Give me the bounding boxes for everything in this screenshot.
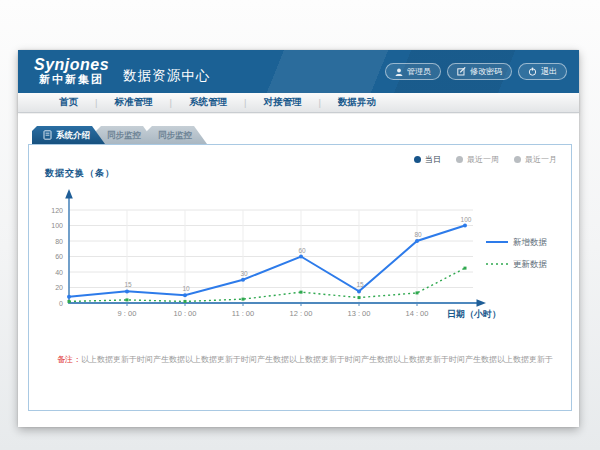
svg-text:30: 30	[240, 270, 248, 277]
x-axis-title: 日期（小时）	[447, 309, 501, 319]
radio-dot	[514, 156, 521, 163]
admin-user-button[interactable]: 管理员	[385, 63, 441, 80]
app-header: Synjones 新中新集团 数据资源中心 管理员 修改密码 退出	[18, 50, 579, 93]
tab-label: 同步监控	[158, 126, 192, 144]
svg-text:40: 40	[55, 269, 63, 276]
content-panel: 当日 最近一周 最近一月 数据交换（条） 0204060801001209 : …	[28, 144, 572, 411]
radio-label: 当日	[425, 154, 441, 165]
y-axis-title: 数据交换（条）	[45, 167, 115, 180]
chart-legend: 新增数据更新数据	[486, 237, 548, 269]
change-password-button[interactable]: 修改密码	[447, 63, 512, 80]
nav-item-system-mgmt[interactable]: 系统管理	[172, 96, 244, 109]
app-title: 数据资源中心	[123, 67, 210, 85]
svg-text:80: 80	[55, 238, 63, 245]
logo-text-en: Synjones	[34, 57, 109, 74]
footnote-prefix: 备注：	[57, 355, 81, 364]
svg-text:100: 100	[461, 216, 472, 223]
svg-text:13 : 00: 13 : 00	[348, 309, 371, 318]
svg-text:14 : 00: 14 : 00	[406, 309, 429, 318]
change-password-label: 修改密码	[470, 63, 502, 80]
footnote-text: 以上数据更新于时间产生数据以上数据更新于时间产生数据以上数据更新于时间产生数据以…	[81, 355, 553, 364]
nav-item-standard-mgmt[interactable]: 标准管理	[97, 96, 169, 109]
nav-item-data-change[interactable]: 数据异动	[321, 96, 393, 109]
chart-gridlines	[69, 210, 473, 303]
svg-text:20: 20	[55, 284, 63, 291]
admin-user-label: 管理员	[407, 63, 431, 80]
x-axis-arrow	[477, 299, 487, 307]
tab-label: 同步监控	[107, 126, 141, 144]
tab-sync-monitor-2[interactable]: 同步监控	[147, 126, 207, 144]
svg-text:60: 60	[298, 247, 306, 254]
svg-text:60: 60	[55, 253, 63, 260]
svg-text:10: 10	[182, 285, 190, 292]
svg-text:15: 15	[356, 281, 364, 288]
svg-text:更新数据: 更新数据	[513, 259, 548, 269]
nav-item-docking-mgmt[interactable]: 对接管理	[246, 96, 318, 109]
user-menu: 管理员 修改密码 退出	[385, 63, 567, 80]
radio-label: 最近一月	[525, 154, 557, 165]
svg-text:新增数据: 新增数据	[513, 237, 548, 247]
y-axis-arrow	[65, 189, 73, 199]
svg-text:15: 15	[124, 281, 132, 288]
svg-text:11 : 00: 11 : 00	[232, 309, 254, 318]
tab-bar: 系统介绍 同步监控 同步监控	[32, 126, 198, 144]
document-icon	[43, 130, 52, 140]
radio-last-week[interactable]: 最近一周	[456, 154, 499, 165]
brand-logo: Synjones 新中新集团	[34, 57, 109, 85]
time-range-filter: 当日 最近一周 最近一月	[414, 154, 557, 165]
tab-label: 系统介绍	[56, 126, 90, 144]
radio-today[interactable]: 当日	[414, 154, 441, 165]
svg-text:100: 100	[51, 222, 63, 229]
svg-text:10 : 00: 10 : 00	[174, 309, 197, 318]
svg-text:9 : 00: 9 : 00	[118, 309, 137, 318]
tab-system-intro[interactable]: 系统介绍	[32, 126, 105, 144]
chart-svg: 0204060801001209 : 0010 : 0011 : 0012 : …	[31, 182, 566, 324]
logo-text-cn: 新中新集团	[34, 74, 109, 86]
power-icon	[528, 67, 537, 76]
main-nav: 首页 | 标准管理 | 系统管理 | 对接管理 | 数据异动	[18, 93, 579, 113]
chart-area: 0204060801001209 : 0010 : 0011 : 0012 : …	[31, 182, 566, 328]
svg-text:12 : 00: 12 : 00	[290, 309, 313, 318]
edit-icon	[457, 67, 466, 76]
chart-tick-labels: 0204060801001209 : 0010 : 0011 : 0012 : …	[51, 207, 501, 319]
radio-last-month[interactable]: 最近一月	[514, 154, 557, 165]
radio-dot	[456, 156, 463, 163]
chart-series-0: 151030601580100	[67, 216, 472, 299]
svg-text:120: 120	[51, 207, 63, 214]
footnote: 备注：以上数据更新于时间产生数据以上数据更新于时间产生数据以上数据更新于时间产生…	[57, 355, 557, 365]
nav-item-home[interactable]: 首页	[42, 96, 95, 109]
user-icon	[395, 68, 403, 76]
logout-button[interactable]: 退出	[518, 63, 567, 80]
radio-dot	[414, 156, 421, 163]
logout-label: 退出	[541, 63, 557, 80]
svg-text:80: 80	[414, 231, 422, 238]
radio-label: 最近一周	[467, 154, 499, 165]
svg-text:0: 0	[59, 300, 63, 307]
app-window: Synjones 新中新集团 数据资源中心 管理员 修改密码 退出 首页 | 标…	[18, 50, 579, 427]
page-content: 系统介绍 同步监控 同步监控 当日 最近一周	[18, 114, 579, 427]
